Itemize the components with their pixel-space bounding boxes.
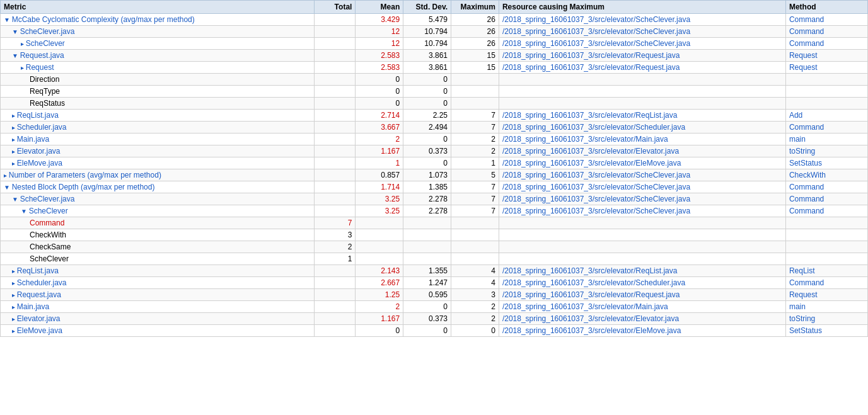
- cell-stddev: 0.595: [403, 289, 451, 301]
- cell-mean: 2.583: [356, 62, 403, 74]
- cell-mean: 1: [356, 157, 403, 169]
- cell-resource: /2018_spring_16061037_3/src/elevator/Sch…: [499, 181, 785, 193]
- cell-stddev: [403, 253, 451, 265]
- cell-method: SetStatus: [785, 325, 867, 337]
- cell-total: [315, 134, 356, 145]
- cell-maximum: 7: [451, 122, 499, 134]
- cell-mean: 0: [356, 325, 403, 337]
- cell-resource: /2018_spring_16061037_3/src/elevator/Sch…: [499, 14, 785, 26]
- cell-stddev: 2.278: [403, 205, 451, 217]
- cell-method: Command: [785, 205, 867, 217]
- cell-total: [315, 277, 356, 289]
- table-row: ▼ McCabe Cyclomatic Complexity (avg/max …: [1, 14, 868, 26]
- cell-total: 2: [315, 241, 356, 253]
- cell-method: CheckWith: [785, 169, 867, 181]
- cell-metric: ▸ Elevator.java: [1, 145, 315, 157]
- cell-stddev: 0: [403, 325, 451, 337]
- cell-method: Command: [785, 277, 867, 289]
- cell-mean: 3.25: [356, 193, 403, 205]
- cell-mean: [356, 241, 403, 253]
- table-row: ▸ Elevator.java1.1670.3732/2018_spring_1…: [1, 145, 868, 157]
- cell-method: [785, 253, 867, 265]
- cell-metric: Direction: [1, 74, 315, 86]
- cell-total: [315, 14, 356, 26]
- cell-resource: [499, 229, 785, 241]
- cell-mean: 12: [356, 26, 403, 38]
- cell-maximum: [451, 86, 499, 98]
- cell-method: Command: [785, 26, 867, 38]
- table-row: ▸ EleMove.java000/2018_spring_16061037_3…: [1, 325, 868, 337]
- cell-mean: 1.25: [356, 289, 403, 301]
- cell-mean: 1.714: [356, 181, 403, 193]
- cell-method: Command: [785, 14, 867, 26]
- cell-resource: /2018_spring_16061037_3/src/elevator/Sch…: [499, 277, 785, 289]
- cell-total: [315, 145, 356, 157]
- cell-total: [315, 110, 356, 122]
- cell-total: [315, 205, 356, 217]
- cell-total: [315, 265, 356, 277]
- table-row: ▸ ScheClever1210.79426/2018_spring_16061…: [1, 38, 868, 50]
- cell-total: [315, 74, 356, 86]
- cell-method: Add: [785, 110, 867, 122]
- cell-maximum: 7: [451, 193, 499, 205]
- cell-total: 1: [315, 253, 356, 265]
- cell-maximum: 1: [451, 157, 499, 169]
- cell-stddev: 0: [403, 98, 451, 110]
- cell-method: [785, 229, 867, 241]
- cell-resource: /2018_spring_16061037_3/src/elevator/Req…: [499, 265, 785, 277]
- table-row: ▸ Main.java202/2018_spring_16061037_3/sr…: [1, 301, 868, 313]
- cell-method: main: [785, 134, 867, 145]
- cell-mean: 1.167: [356, 145, 403, 157]
- cell-resource: /2018_spring_16061037_3/src/elevator/Req…: [499, 62, 785, 74]
- cell-metric: ▸ ReqList.java: [1, 110, 315, 122]
- cell-method: Command: [785, 38, 867, 50]
- cell-maximum: 7: [451, 110, 499, 122]
- cell-maximum: 26: [451, 26, 499, 38]
- cell-resource: [499, 241, 785, 253]
- cell-metric: ▼ ScheClever.java: [1, 193, 315, 205]
- table-row: CheckSame2: [1, 241, 868, 253]
- cell-mean: 3.25: [356, 205, 403, 217]
- cell-stddev: 0: [403, 74, 451, 86]
- cell-metric: ▸ Request: [1, 62, 315, 74]
- cell-mean: 0: [356, 74, 403, 86]
- cell-metric: CheckWith: [1, 229, 315, 241]
- cell-stddev: 0: [403, 157, 451, 169]
- cell-total: [315, 193, 356, 205]
- cell-maximum: [451, 253, 499, 265]
- cell-maximum: [451, 241, 499, 253]
- cell-stddev: [403, 217, 451, 229]
- cell-metric: CheckSame: [1, 241, 315, 253]
- cell-stddev: 3.861: [403, 50, 451, 62]
- cell-total: [315, 26, 356, 38]
- cell-method: SetStatus: [785, 157, 867, 169]
- cell-mean: 2: [356, 134, 403, 145]
- cell-total: [315, 122, 356, 134]
- cell-stddev: 10.794: [403, 26, 451, 38]
- table-body: ▼ McCabe Cyclomatic Complexity (avg/max …: [1, 14, 868, 337]
- cell-method: [785, 74, 867, 86]
- cell-mean: [356, 253, 403, 265]
- cell-stddev: 0: [403, 134, 451, 145]
- cell-total: [315, 301, 356, 313]
- cell-method: main: [785, 301, 867, 313]
- cell-mean: 1.167: [356, 313, 403, 325]
- table-row: ▸ Request2.5833.86115/2018_spring_160610…: [1, 62, 868, 74]
- cell-metric: ▸ EleMove.java: [1, 157, 315, 169]
- cell-stddev: 2.25: [403, 110, 451, 122]
- cell-stddev: 0: [403, 86, 451, 98]
- cell-mean: 2.667: [356, 277, 403, 289]
- cell-mean: 3.667: [356, 122, 403, 134]
- cell-maximum: [451, 229, 499, 241]
- table-row: ReqStatus00: [1, 98, 868, 110]
- cell-stddev: 1.073: [403, 169, 451, 181]
- table-row: ▸ Scheduler.java2.6671.2474/2018_spring_…: [1, 277, 868, 289]
- cell-method: [785, 98, 867, 110]
- cell-maximum: [451, 98, 499, 110]
- cell-metric: ReqStatus: [1, 98, 315, 110]
- cell-mean: 2.583: [356, 50, 403, 62]
- table-row: ▸ Scheduler.java3.6672.4947/2018_spring_…: [1, 122, 868, 134]
- cell-stddev: 2.278: [403, 193, 451, 205]
- cell-stddev: [403, 241, 451, 253]
- cell-metric: ▸ ReqList.java: [1, 265, 315, 277]
